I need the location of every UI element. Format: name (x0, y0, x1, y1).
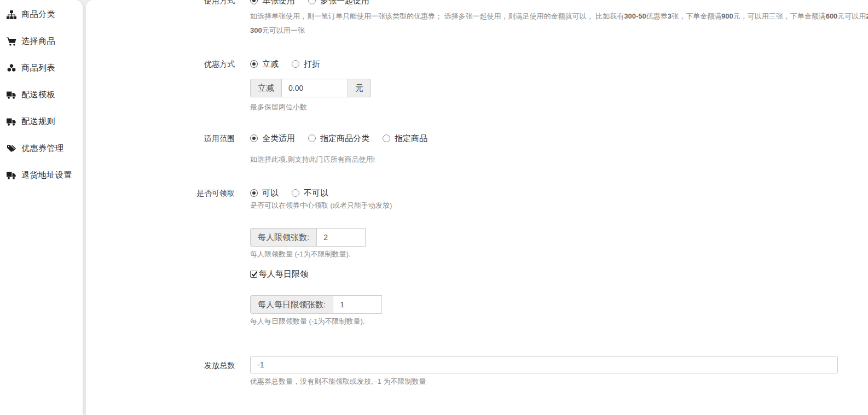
per-person-limit-group: 每人限领张数: (250, 228, 868, 247)
daily-limit-hint: 每人每日限领数量 (-1为不限制数量). (250, 317, 868, 326)
radio-claim-no[interactable]: 不可以 (292, 188, 328, 198)
claimable-label: 是否可领取 (86, 187, 250, 326)
sidebar: 商品分类 选择商品 商品列表 配送模板 配送规则 优惠券管理 退货地址设置 (0, 0, 83, 415)
truck-icon (6, 90, 16, 100)
sidebar-item-product-list[interactable]: 商品列表 (0, 55, 83, 81)
form-row-discount-method: 优惠方式 立减 打折 立减 元 最多保留两位小数 (86, 58, 868, 112)
cubes-icon (6, 63, 16, 73)
total-issue-label: 发放总数 (86, 356, 250, 386)
usage-label: 使用方式 (86, 0, 250, 35)
truck-icon (6, 171, 16, 180)
radio-icon (292, 189, 299, 197)
form-row-scope: 适用范围 全类适用 指定商品分类 指定商品 如选择此项,则支持此门店所有商品使用… (86, 132, 868, 164)
form-row-total-issue: 发放总数 优惠券总数量，没有则不能领取或发放, -1 为不限制数量 (86, 356, 868, 386)
total-issue-hint: 优惠券总数量，没有则不能领取或发放, -1 为不限制数量 (250, 377, 868, 386)
reduce-amount-group: 立减 元 (250, 79, 868, 97)
sidebar-item-label: 选择商品 (21, 36, 55, 46)
per-person-limit-hint: 每人限领数量 (-1为不限制数量). (250, 249, 868, 259)
sidebar-item-label: 商品分类 (21, 9, 55, 20)
daily-limit-addon: 每人每日限领张数: (250, 295, 333, 314)
yuan-unit-addon: 元 (348, 79, 371, 97)
sidebar-item-select-products[interactable]: 选择商品 (0, 28, 83, 55)
radio-icon (250, 135, 258, 142)
checkbox-checked-icon (250, 271, 257, 278)
radio-icon (250, 0, 258, 4)
sidebar-item-label: 商品列表 (21, 63, 55, 73)
tags-icon (6, 144, 16, 153)
radio-icon (308, 135, 316, 142)
form-row-claimable: 是否可领取 可以 不可以 是否可以在领券中心领取 (或者只能手动发放) 每人限领… (86, 187, 868, 326)
total-issue-input[interactable] (250, 356, 838, 373)
reduce-amount-input[interactable] (281, 79, 348, 97)
radio-single-use[interactable]: 单张使用 (250, 0, 295, 6)
radio-icon (292, 60, 299, 68)
sidebar-item-delivery-rules[interactable]: 配送规则 (0, 108, 83, 135)
radio-icon (308, 0, 316, 4)
claimable-hint: 是否可以在领券中心领取 (或者只能手动发放) (250, 201, 868, 210)
sidebar-item-coupon-management[interactable]: 优惠券管理 (0, 135, 83, 162)
sidebar-item-delivery-template[interactable]: 配送模板 (0, 81, 83, 108)
per-person-limit-input[interactable] (316, 228, 366, 247)
sitemap-icon (6, 10, 16, 19)
coupon-form-panel: 使用方式 单张使用 多张一起使用 如选择单张使用，则一笔订单只能使用一张该类型的… (86, 0, 868, 415)
truck-icon (6, 117, 16, 126)
radio-specified-categories[interactable]: 指定商品分类 (308, 133, 369, 144)
sidebar-item-label: 优惠券管理 (21, 143, 64, 154)
radio-instant-reduce[interactable]: 立减 (250, 59, 279, 69)
radio-claim-yes[interactable]: 可以 (250, 188, 279, 198)
radio-icon (250, 60, 258, 68)
sidebar-item-label: 配送规则 (21, 116, 55, 127)
discount-method-label: 优惠方式 (86, 58, 250, 112)
usage-description-line1: 如选择单张使用，则一笔订单只能使用一张该类型的优惠券； 选择多张一起使用，则满足… (250, 11, 868, 21)
reduce-amount-hint: 最多保留两位小数 (250, 102, 868, 112)
radio-specified-products[interactable]: 指定商品 (383, 133, 427, 144)
sidebar-item-return-address-settings[interactable]: 退货地址设置 (0, 162, 83, 189)
radio-icon (383, 135, 390, 142)
per-person-limit-addon: 每人限领张数: (250, 228, 316, 247)
sidebar-item-label: 配送模板 (21, 90, 55, 100)
radio-all-categories[interactable]: 全类适用 (250, 133, 295, 144)
daily-limit-input[interactable] (333, 295, 382, 314)
sidebar-item-product-categories[interactable]: 商品分类 (0, 1, 83, 28)
scope-hint: 如选择此项,则支持此门店所有商品使用! (250, 155, 868, 164)
sidebar-item-label: 退货地址设置 (21, 170, 72, 180)
daily-limit-checkbox[interactable]: 每人每日限领 (250, 268, 868, 279)
scope-label: 适用范围 (86, 132, 250, 164)
radio-icon (250, 189, 258, 197)
usage-description-line2: 300元可以用一张 (250, 26, 868, 35)
form-row-usage: 使用方式 单张使用 多张一起使用 如选择单张使用，则一笔订单只能使用一张该类型的… (86, 0, 868, 35)
daily-limit-group: 每人每日限领张数: (250, 295, 868, 314)
radio-discount-percent[interactable]: 打折 (292, 59, 320, 69)
cart-icon (6, 37, 16, 46)
reduce-amount-addon: 立减 (250, 79, 281, 97)
radio-multi-use[interactable]: 多张一起使用 (308, 0, 369, 6)
